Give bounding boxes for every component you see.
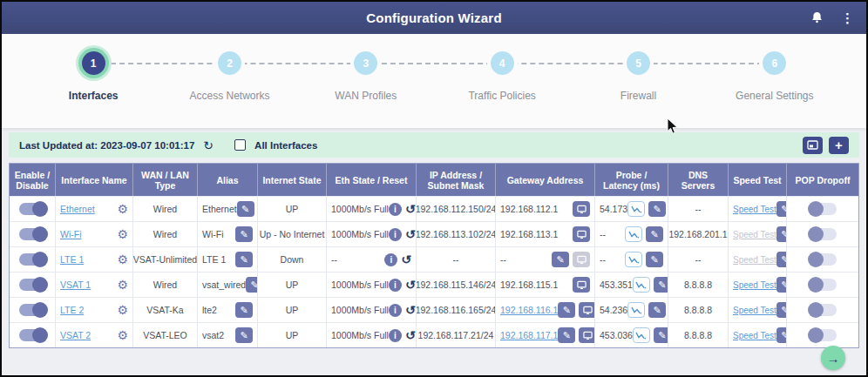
next-step-button[interactable]: → bbox=[821, 346, 845, 370]
info-icon[interactable]: i bbox=[389, 279, 402, 292]
edit-speed-test-button[interactable]: ✎ bbox=[776, 327, 787, 343]
reset-icon[interactable]: ↺ bbox=[405, 304, 416, 316]
probe-latency-cell: 453.351 ✎ bbox=[595, 273, 668, 297]
reset-icon[interactable]: ↺ bbox=[405, 329, 416, 341]
interface-link[interactable]: Wi-Fi bbox=[60, 229, 82, 239]
edit-speed-test-button[interactable]: ✎ bbox=[776, 302, 787, 318]
reset-icon[interactable]: ↺ bbox=[405, 228, 416, 240]
gear-icon[interactable]: ⚙ bbox=[117, 304, 128, 316]
latency-graph-button[interactable] bbox=[625, 252, 642, 267]
pop-dropoff-toggle[interactable] bbox=[810, 329, 837, 341]
edit-alias-button[interactable]: ✎ bbox=[237, 201, 254, 217]
stepper-step[interactable]: 6 General Settings bbox=[707, 51, 843, 102]
reset-icon[interactable]: ↺ bbox=[401, 253, 411, 266]
gear-icon[interactable]: ⚙ bbox=[117, 203, 128, 215]
speed-test-cell: Speed Test ✎ bbox=[729, 247, 787, 272]
edit-speed-test-button[interactable]: ✎ bbox=[776, 277, 787, 293]
pop-dropoff-toggle[interactable] bbox=[810, 203, 837, 215]
edit-probe-button[interactable]: ✎ bbox=[654, 327, 668, 343]
ping-monitor-button[interactable] bbox=[573, 201, 590, 217]
stepper-step[interactable]: 5 Firewall bbox=[570, 51, 706, 102]
reset-icon[interactable]: ↺ bbox=[405, 203, 416, 215]
enable-toggle[interactable] bbox=[19, 279, 46, 291]
latency-graph-button[interactable] bbox=[633, 277, 650, 293]
pop-dropoff-toggle[interactable] bbox=[810, 304, 837, 316]
enable-toggle[interactable] bbox=[19, 253, 46, 266]
enable-toggle[interactable] bbox=[19, 304, 46, 316]
edit-speed-test-button[interactable]: ✎ bbox=[776, 252, 787, 267]
edit-gateway-button[interactable]: ✎ bbox=[558, 327, 575, 343]
step-number[interactable]: 2 bbox=[218, 51, 241, 75]
probe-latency-value: 453.351 bbox=[600, 279, 633, 290]
speed-test-link[interactable]: Speed Test bbox=[733, 280, 776, 290]
wan-lan-type-value: VSAT-Ka bbox=[146, 305, 183, 315]
refresh-icon[interactable]: ↻ bbox=[203, 139, 214, 151]
edit-probe-button[interactable]: ✎ bbox=[648, 201, 666, 217]
interface-link[interactable]: LTE 1 bbox=[60, 254, 84, 265]
interface-link[interactable]: Ethernet bbox=[60, 204, 95, 214]
pop-dropoff-toggle[interactable] bbox=[810, 279, 837, 291]
gateway-value[interactable]: 192.168.117.1 bbox=[500, 330, 558, 340]
info-icon[interactable]: i bbox=[384, 253, 397, 266]
edit-alias-button[interactable]: ✎ bbox=[246, 277, 258, 293]
pop-dropoff-toggle[interactable] bbox=[810, 253, 837, 266]
gear-icon[interactable]: ⚙ bbox=[117, 329, 128, 341]
step-number[interactable]: 1 bbox=[82, 51, 105, 75]
stepper-step[interactable]: 1 Interfaces bbox=[25, 51, 161, 102]
stepper-step[interactable]: 4 Traffic Policies bbox=[434, 51, 570, 102]
edit-probe-button[interactable]: ✎ bbox=[646, 226, 663, 242]
gear-icon[interactable]: ⚙ bbox=[117, 279, 128, 291]
edit-alias-button[interactable]: ✎ bbox=[235, 226, 253, 242]
edit-probe-button[interactable]: ✎ bbox=[648, 302, 666, 318]
speed-test-link[interactable]: Speed Test bbox=[733, 306, 776, 315]
step-number[interactable]: 4 bbox=[491, 51, 514, 75]
interface-name-cell: VSAT 2 ⚙ bbox=[56, 323, 133, 347]
gear-icon[interactable]: ⚙ bbox=[117, 253, 128, 266]
toggle-knob bbox=[808, 302, 824, 318]
speed-test-link: Speed Test bbox=[733, 255, 776, 265]
edit-alias-button[interactable]: ✎ bbox=[235, 327, 253, 343]
latency-graph-button[interactable] bbox=[633, 327, 650, 343]
bell-icon[interactable] bbox=[810, 11, 824, 25]
edit-alias-button[interactable]: ✎ bbox=[235, 252, 253, 267]
edit-alias-button[interactable]: ✎ bbox=[235, 302, 253, 318]
interface-link[interactable]: VSAT 1 bbox=[60, 279, 91, 290]
edit-speed-test-button[interactable]: ✎ bbox=[776, 201, 787, 217]
edit-probe-button[interactable]: ✎ bbox=[646, 252, 663, 267]
info-icon[interactable]: i bbox=[389, 329, 402, 342]
edit-probe-button[interactable]: ✎ bbox=[654, 277, 668, 293]
stepper-step[interactable]: 2 Access Networks bbox=[161, 51, 297, 102]
speed-test-link[interactable]: Speed Test bbox=[733, 331, 776, 340]
reset-icon[interactable]: ↺ bbox=[405, 279, 416, 291]
gateway-value[interactable]: 192.168.116.1 bbox=[500, 305, 558, 315]
ping-monitor-button[interactable] bbox=[573, 226, 590, 242]
all-interfaces-checkbox[interactable] bbox=[234, 139, 246, 151]
interface-link[interactable]: LTE 2 bbox=[60, 305, 84, 315]
add-interface-button[interactable]: + bbox=[829, 137, 849, 154]
edit-speed-test-button[interactable]: ✎ bbox=[776, 226, 787, 242]
gear-icon[interactable]: ⚙ bbox=[117, 228, 128, 240]
edit-gateway-button[interactable]: ✎ bbox=[552, 252, 569, 267]
info-icon[interactable]: i bbox=[389, 203, 402, 216]
info-icon[interactable]: i bbox=[389, 304, 402, 317]
speed-test-link[interactable]: Speed Test bbox=[733, 205, 776, 214]
ping-monitor-button[interactable] bbox=[579, 327, 595, 343]
edit-gateway-button[interactable]: ✎ bbox=[558, 302, 575, 318]
enable-toggle[interactable] bbox=[19, 329, 46, 341]
kebab-menu-icon[interactable]: ⋮ bbox=[837, 11, 858, 24]
enable-toggle[interactable] bbox=[19, 228, 46, 240]
ping-monitor-button[interactable] bbox=[573, 277, 590, 293]
enable-toggle[interactable] bbox=[19, 203, 46, 215]
interface-link[interactable]: VSAT 2 bbox=[60, 330, 91, 340]
latency-graph-button[interactable] bbox=[627, 302, 645, 318]
step-number[interactable]: 5 bbox=[627, 51, 650, 75]
stepper-step[interactable]: 3 WAN Profiles bbox=[298, 51, 434, 102]
card-view-button[interactable] bbox=[803, 137, 823, 154]
ping-monitor-button[interactable] bbox=[579, 302, 595, 318]
step-number[interactable]: 3 bbox=[354, 51, 377, 75]
latency-graph-button[interactable] bbox=[625, 226, 642, 242]
latency-graph-button[interactable] bbox=[627, 201, 645, 217]
step-number[interactable]: 6 bbox=[763, 51, 786, 75]
info-icon[interactable]: i bbox=[389, 228, 402, 241]
pop-dropoff-toggle[interactable] bbox=[810, 228, 837, 240]
